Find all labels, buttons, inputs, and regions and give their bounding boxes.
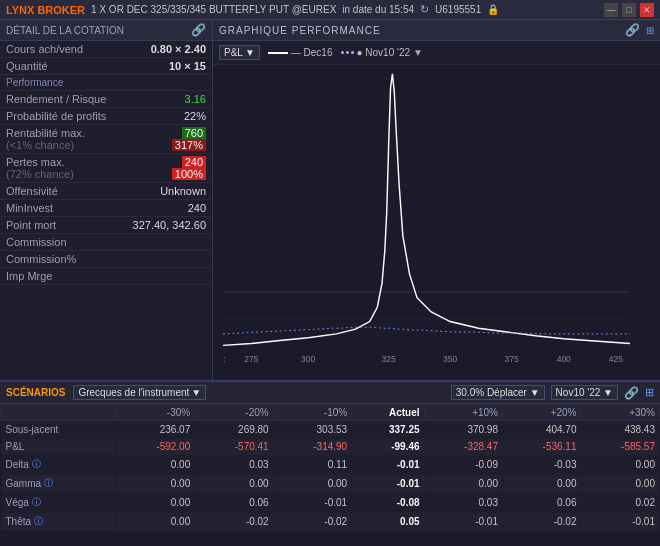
offensivite-row: Offensivité Unknown [0, 183, 212, 200]
deplacer-dropdown[interactable]: 30.0% Déplacer ▼ [451, 385, 545, 400]
table-row: Deltaⓘ0.000.030.11-0.01-0.09-0.030.00 [1, 455, 660, 474]
mininvest-row: MinInvest 240 [0, 200, 212, 217]
table-cell: 337.25 [352, 421, 424, 439]
svg-text:300: 300 [301, 354, 315, 364]
row-label-cell: Sous-jacent [1, 421, 116, 438]
maximize-button[interactable]: □ [622, 3, 636, 17]
rentabilite-main-row: Rentabilité max. 760 [0, 125, 212, 139]
table-cell: 303.53 [273, 421, 351, 439]
table-cell: 0.03 [424, 493, 502, 512]
table-cell: 0.06 [503, 493, 581, 512]
row-label: Delta [6, 459, 29, 470]
quantite-row: Quantité 10 × 15 [0, 58, 212, 75]
row-label: Gamma [6, 478, 42, 489]
point-mort-label: Point mort [6, 219, 56, 231]
table-cell: -570.41 [195, 438, 273, 455]
offensivite-value: Unknown [160, 185, 206, 197]
left-panel-header: DÉTAIL DE LA COTATION 🔗 [0, 20, 212, 41]
close-button[interactable]: ✕ [640, 3, 654, 17]
quantite-label: Quantité [6, 60, 48, 72]
imp-mrge-row: Imp Mrge [0, 268, 212, 285]
main-container: DÉTAIL DE LA COTATION 🔗 Cours ach/vend 0… [0, 20, 660, 380]
svg-text:275: 275 [244, 354, 258, 364]
pnl-dropdown[interactable]: P&L ▼ [219, 45, 260, 60]
table-row: Gammaⓘ0.000.000.00-0.010.000.000.00 [1, 474, 660, 493]
info-icon[interactable]: ⓘ [34, 515, 43, 528]
table-cell: -536.11 [503, 438, 581, 455]
chart-title: GRAPHIQUE PERFORMANCE [219, 25, 381, 36]
col-actuel-header: Actuel [352, 405, 424, 421]
pnl-chevron-icon: ▼ [245, 47, 255, 58]
performance-chart: 800 700 600 500 400 300 200 100 0 -100 -… [223, 69, 630, 364]
chart-link-icon[interactable]: 🔗 [625, 23, 640, 37]
table-cell: 0.00 [581, 455, 660, 474]
table-cell: 0.00 [424, 474, 502, 493]
grecques-chevron-icon: ▼ [191, 387, 201, 398]
scenarios-right: 30.0% Déplacer ▼ Nov10 '22 ▼ 🔗 ⊞ [451, 385, 654, 400]
info-icon[interactable]: ⓘ [44, 477, 53, 490]
chart-expand-icon[interactable]: ⊞ [646, 25, 654, 36]
row-label-cell: Deltaⓘ [1, 455, 116, 474]
table-cell: -0.02 [273, 512, 351, 531]
pertes-sub-row: (72% chance) 100% [0, 168, 212, 182]
imp-mrge-label: Imp Mrge [6, 270, 52, 282]
scenarios-header: SCÉNARIOS Grecques de l'instrument ▼ 30.… [0, 382, 660, 404]
rentabilite-max-block: Rentabilité max. 760 (<1% chance) 317% [0, 125, 212, 154]
table-cell: -0.01 [273, 493, 351, 512]
chart-area: 800 700 600 500 400 300 200 100 0 -100 -… [213, 65, 660, 384]
nov10-dropdown-icon[interactable]: ▼ [413, 47, 423, 58]
info-icon[interactable]: ⓘ [32, 458, 41, 471]
table-cell: -0.02 [195, 512, 273, 531]
dec16-line-icon [268, 52, 288, 54]
minimize-button[interactable]: — [604, 3, 618, 17]
date-label: Nov10 '22 [556, 387, 601, 398]
pertes-sub-value: 100% [172, 168, 206, 180]
table-cell: -0.01 [424, 512, 502, 531]
refresh-icon[interactable]: ↻ [420, 3, 429, 16]
instrument-title: 1 X OR DEC 325/335/345 BUTTERFLY PUT @EU… [91, 4, 336, 15]
title-bar: LYNX BROKER 1 X OR DEC 325/335/345 BUTTE… [0, 0, 660, 20]
pnl-label: P&L [224, 47, 243, 58]
commission-row: Commission [0, 234, 212, 251]
svg-text:375: 375 [505, 354, 519, 364]
col-plus20-header: +20% [503, 405, 581, 421]
commission-pct-row: Commission% [0, 251, 212, 268]
table-cell: 0.00 [116, 512, 194, 531]
row-label: Sous-jacent [6, 424, 59, 435]
table-cell: 0.00 [116, 493, 194, 512]
date-dropdown[interactable]: Nov10 '22 ▼ [551, 385, 618, 400]
rendement-row: Rendement / Risque 3.16 [0, 91, 212, 108]
table-cell: 0.05 [352, 512, 424, 531]
commission-label: Commission [6, 236, 67, 248]
table-cell: 404.70 [503, 421, 581, 439]
scenarios-link-icon[interactable]: 🔗 [624, 386, 639, 400]
rendement-value: 3.16 [185, 93, 206, 105]
left-panel-link-icon[interactable]: 🔗 [191, 23, 206, 37]
table-cell: 0.00 [273, 474, 351, 493]
cours-row: Cours ach/vend 0.80 × 2.40 [0, 41, 212, 58]
grecques-dropdown[interactable]: Grecques de l'instrument ▼ [73, 385, 206, 400]
row-label-cell: Végaⓘ [1, 493, 116, 512]
scenarios-expand-icon[interactable]: ⊞ [645, 386, 654, 399]
table-cell: -0.09 [424, 455, 502, 474]
table-cell: -0.08 [352, 493, 424, 512]
table-cell: -0.01 [352, 455, 424, 474]
chart-controls: P&L ▼ — Dec16 ● Nov10 '22 ▼ [213, 41, 660, 65]
left-panel: DÉTAIL DE LA COTATION 🔗 Cours ach/vend 0… [0, 20, 213, 380]
table-cell: -585.57 [581, 438, 660, 455]
scenarios-title: SCÉNARIOS [6, 387, 65, 398]
table-cell: -314.90 [273, 438, 351, 455]
col-plus30-header: +30% [581, 405, 660, 421]
svg-text:325: 325 [382, 354, 396, 364]
table-cell: 0.02 [581, 493, 660, 512]
table-header-row: -30% -20% -10% Actuel +10% +20% +30% [1, 405, 660, 421]
time-label: in date du 15:54 [342, 4, 414, 15]
table-cell: 438.43 [581, 421, 660, 439]
rent-max-label: Rentabilité max. [6, 127, 85, 139]
rent-max-sub-value: 317% [172, 139, 206, 151]
table-cell: -99.46 [352, 438, 424, 455]
info-icon[interactable]: ⓘ [32, 496, 41, 509]
mininvest-value: 240 [188, 202, 206, 214]
quantite-value: 10 × 15 [169, 60, 206, 72]
pertes-main-row: Pertes max. 240 [0, 154, 212, 168]
